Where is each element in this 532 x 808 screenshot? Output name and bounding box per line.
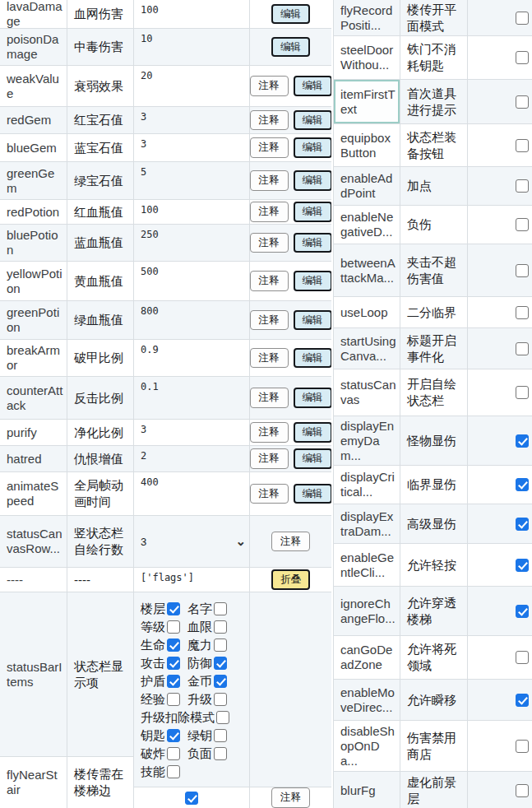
edit-button[interactable]: 编辑 bbox=[294, 76, 332, 96]
comment-button[interactable]: 注释 bbox=[250, 137, 289, 158]
config-key[interactable]: statusBarItems bbox=[0, 592, 67, 756]
config-key[interactable]: enableMoveDirec... bbox=[334, 680, 400, 720]
comment-button[interactable]: 注释 bbox=[250, 388, 289, 408]
status-bar-item-checkbox[interactable] bbox=[167, 675, 180, 688]
edit-button[interactable]: 编辑 bbox=[294, 170, 332, 191]
status-bar-item-checkbox[interactable] bbox=[167, 620, 180, 634]
config-flag-checkbox[interactable] bbox=[516, 386, 529, 399]
config-key[interactable]: steelDoorWithou... bbox=[334, 36, 400, 79]
comment-button[interactable]: 注释 bbox=[250, 271, 289, 291]
edit-button[interactable]: 编辑 bbox=[294, 110, 332, 131]
config-flag-checkbox[interactable] bbox=[516, 218, 529, 231]
status-canvas-row-select[interactable]: 3⌄ bbox=[141, 536, 246, 548]
config-key[interactable]: displayExtraDam... bbox=[334, 504, 400, 543]
config-key[interactable]: itemFirstText bbox=[334, 80, 400, 123]
status-bar-item-checkbox[interactable] bbox=[167, 765, 180, 778]
config-flag-checkbox[interactable] bbox=[516, 51, 529, 64]
comment-button[interactable]: 注释 bbox=[250, 202, 289, 222]
config-flag-checkbox[interactable] bbox=[516, 478, 529, 491]
config-key[interactable]: animateSpeed bbox=[0, 472, 67, 515]
config-key[interactable]: equipboxButton bbox=[334, 124, 400, 166]
config-key[interactable]: displayEnemyDam... bbox=[334, 416, 400, 465]
config-key[interactable]: redPotion bbox=[0, 200, 67, 224]
config-flag-checkbox[interactable] bbox=[516, 740, 529, 753]
edit-button[interactable]: 编辑 bbox=[294, 202, 332, 222]
status-bar-item-checkbox[interactable] bbox=[167, 639, 180, 652]
comment-button[interactable]: 注释 bbox=[250, 233, 289, 253]
config-key[interactable]: enableGentleCli... bbox=[334, 544, 400, 586]
config-key[interactable]: statusCanvas bbox=[334, 369, 400, 416]
config-key[interactable]: greenGem bbox=[0, 162, 67, 199]
config-flag-checkbox[interactable] bbox=[516, 95, 529, 109]
config-flag-checkbox[interactable] bbox=[516, 559, 529, 572]
status-bar-item-checkbox[interactable] bbox=[214, 639, 227, 652]
config-key[interactable]: blueGem bbox=[0, 134, 67, 161]
fold-button[interactable]: 折叠 bbox=[271, 569, 310, 590]
comment-button[interactable]: 注释 bbox=[271, 532, 310, 552]
config-flag-checkbox[interactable] bbox=[516, 12, 529, 25]
status-bar-item-checkbox[interactable] bbox=[214, 747, 227, 760]
status-bar-item-checkbox[interactable] bbox=[214, 729, 227, 742]
config-key[interactable]: weakValue bbox=[0, 66, 67, 106]
status-bar-item-checkbox[interactable] bbox=[216, 711, 229, 724]
config-flag-checkbox[interactable] bbox=[516, 179, 529, 193]
edit-button[interactable]: 编辑 bbox=[294, 271, 332, 291]
comment-button[interactable]: 注释 bbox=[250, 76, 289, 96]
status-bar-item-checkbox[interactable] bbox=[214, 657, 227, 670]
config-key[interactable]: yellowPotion bbox=[0, 262, 67, 300]
config-key[interactable]: enableAddPoint bbox=[334, 167, 400, 205]
config-key[interactable]: displayCritical... bbox=[334, 466, 400, 504]
status-bar-item-checkbox[interactable] bbox=[167, 602, 180, 615]
config-key[interactable]: poisonDamage bbox=[0, 29, 67, 65]
edit-button[interactable]: 编辑 bbox=[294, 388, 332, 408]
edit-button[interactable]: 编辑 bbox=[294, 422, 332, 443]
config-key[interactable]: blurFg bbox=[334, 772, 400, 808]
config-flag-checkbox[interactable] bbox=[516, 139, 529, 152]
status-bar-item-checkbox[interactable] bbox=[214, 675, 227, 688]
config-flag-checkbox[interactable] bbox=[516, 264, 529, 277]
edit-button[interactable]: 编辑 bbox=[294, 484, 332, 504]
comment-button[interactable]: 注释 bbox=[250, 310, 289, 331]
config-flag-checkbox[interactable] bbox=[516, 518, 529, 531]
edit-button[interactable]: 编辑 bbox=[294, 137, 332, 158]
config-key[interactable]: ---- bbox=[0, 568, 67, 592]
config-key[interactable]: redGem bbox=[0, 107, 67, 133]
config-key[interactable]: statusCanvasRow... bbox=[0, 516, 67, 567]
config-flag-checkbox[interactable] bbox=[516, 434, 529, 448]
config-key[interactable]: flyRecordPositi... bbox=[334, 0, 400, 35]
comment-button[interactable]: 注释 bbox=[250, 448, 289, 469]
config-key[interactable]: startUsingCanva... bbox=[334, 328, 400, 369]
config-flag-checkbox[interactable] bbox=[516, 651, 529, 664]
status-bar-item-checkbox[interactable] bbox=[214, 620, 227, 634]
edit-button[interactable]: 编辑 bbox=[294, 448, 332, 469]
edit-button[interactable]: 编辑 bbox=[294, 348, 332, 369]
config-key[interactable]: enableNegativeD... bbox=[334, 206, 400, 244]
status-bar-item-checkbox[interactable] bbox=[214, 602, 227, 615]
status-bar-item-checkbox[interactable] bbox=[167, 693, 180, 706]
comment-button[interactable]: 注释 bbox=[250, 484, 289, 504]
config-key[interactable]: useLoop bbox=[334, 297, 400, 327]
config-flag-checkbox[interactable] bbox=[516, 784, 529, 797]
status-bar-item-checkbox[interactable] bbox=[167, 747, 180, 760]
comment-button[interactable]: 注释 bbox=[250, 110, 289, 131]
config-key[interactable]: betweenAttackMa... bbox=[334, 244, 400, 296]
config-key[interactable]: lavaDamage bbox=[0, 0, 67, 28]
config-key[interactable]: hatred bbox=[0, 446, 67, 471]
comment-button[interactable]: 注释 bbox=[250, 422, 289, 443]
config-key[interactable]: flyNearStair bbox=[0, 757, 67, 808]
edit-button[interactable]: 编辑 bbox=[271, 4, 310, 25]
config-flag-checkbox[interactable] bbox=[516, 306, 529, 319]
config-key[interactable]: purify bbox=[0, 420, 67, 445]
edit-button[interactable]: 编辑 bbox=[271, 37, 310, 58]
config-flag-checkbox[interactable] bbox=[516, 605, 529, 618]
status-bar-item-checkbox[interactable] bbox=[167, 729, 180, 742]
config-key[interactable]: disableShopOnDa... bbox=[334, 721, 400, 771]
status-bar-item-checkbox[interactable] bbox=[214, 693, 227, 706]
config-key[interactable]: counterAttack bbox=[0, 377, 67, 419]
config-key[interactable]: canGoDeadZone bbox=[334, 636, 400, 679]
config-key[interactable]: bluePotion bbox=[0, 225, 67, 261]
status-bar-item-checkbox[interactable] bbox=[167, 657, 180, 670]
config-key[interactable]: ignoreChangeFlo... bbox=[334, 587, 400, 635]
comment-button[interactable]: 注释 bbox=[250, 170, 289, 191]
comment-button[interactable]: 注释 bbox=[250, 348, 289, 369]
